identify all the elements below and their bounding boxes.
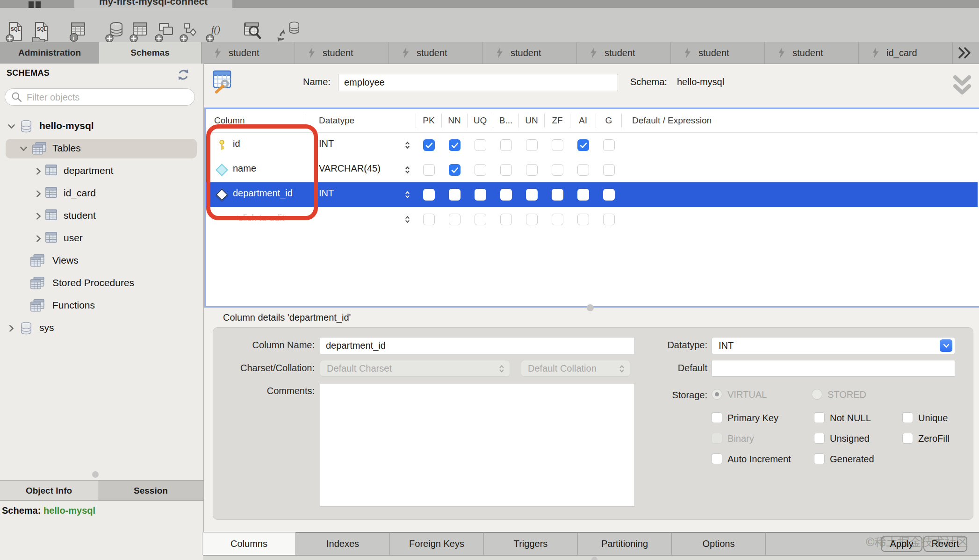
checkbox-UQ-name[interactable]	[475, 164, 486, 176]
checkbox-ZF-department_id[interactable]	[552, 189, 563, 201]
tab-overflow-button[interactable]	[957, 46, 972, 61]
tree-item-user[interactable]: user	[0, 228, 203, 249]
checkbox-G-department_id[interactable]	[603, 189, 615, 201]
toolbar-search-data-button[interactable]	[241, 21, 263, 43]
checkbox-not-null[interactable]	[814, 412, 825, 423]
editor-tab-student-4[interactable]: student	[577, 42, 671, 64]
toolbar-new-schema-button[interactable]	[104, 21, 127, 43]
tree-item-stored-procedures[interactable]: Stored Procedures	[0, 273, 203, 294]
bottom-tab-foreign-keys[interactable]: Foreign Keys	[390, 532, 484, 555]
editor-tab-student-6[interactable]: student	[765, 42, 859, 64]
checkbox-UQ-id[interactable]	[475, 139, 486, 151]
toolbar-new-view-button[interactable]	[154, 21, 176, 43]
default-input[interactable]	[712, 360, 955, 377]
datatype-stepper[interactable]	[404, 141, 410, 151]
tab-session[interactable]: Session	[98, 480, 203, 501]
grid-splitter-handle[interactable]	[587, 304, 594, 311]
checkbox-placeholder-7[interactable]	[603, 214, 615, 225]
toolbar-new-sql-tab-button[interactable]: SQL	[5, 21, 27, 43]
checkbox-AI-name[interactable]	[577, 164, 589, 176]
datatype-combobox[interactable]: INT	[712, 337, 955, 354]
checkbox-NN-name[interactable]	[449, 164, 461, 176]
checkbox-NN-id[interactable]	[449, 139, 461, 151]
checkbox-placeholder-3[interactable]	[500, 214, 512, 225]
tree-item-student[interactable]: student	[0, 206, 203, 226]
checkbox-PK-id[interactable]	[423, 139, 435, 151]
bottom-tab-triggers[interactable]: Triggers	[484, 532, 578, 555]
checkbox-ZF-id[interactable]	[552, 139, 563, 151]
grid-row-id[interactable]: idINT	[206, 133, 978, 158]
chevron-down-icon[interactable]	[7, 122, 15, 132]
datatype-stepper[interactable]	[404, 165, 410, 176]
checkbox-placeholder-5[interactable]	[552, 214, 563, 225]
datatype-cell[interactable]: INT	[319, 138, 334, 149]
toolbar-inspector-button[interactable]: i	[67, 21, 89, 43]
refresh-schemas-button[interactable]	[177, 68, 190, 83]
chevron-right-icon[interactable]	[35, 212, 43, 222]
checkbox-placeholder-4[interactable]	[526, 214, 538, 225]
collapse-editor-icon[interactable]	[951, 73, 973, 99]
checkbox-G-id[interactable]	[603, 139, 615, 151]
tree-item-id_card[interactable]: id_card	[0, 183, 203, 204]
datatype-dropdown-button[interactable]	[940, 339, 952, 352]
datatype-stepper[interactable]	[404, 190, 410, 201]
tree-item-department[interactable]: department	[0, 161, 203, 181]
apply-button[interactable]: Apply	[881, 536, 922, 552]
grid-row-placeholder[interactable]: <click to edit>	[206, 207, 978, 232]
editor-tab-student-0[interactable]: student	[201, 42, 295, 64]
editor-tab-student-3[interactable]: student	[483, 42, 577, 64]
toolbar-new-function-button[interactable]: f()	[205, 21, 227, 43]
revert-button[interactable]: Revert	[923, 536, 967, 552]
comments-textarea[interactable]	[320, 384, 635, 507]
checkbox-primary-key[interactable]	[712, 412, 722, 423]
bottom-tab-partitioning[interactable]: Partitioning	[578, 532, 672, 555]
checkbox-placeholder-6[interactable]	[577, 214, 589, 225]
tab-administration[interactable]: Administration	[0, 42, 100, 64]
checkbox-PK-name[interactable]	[423, 164, 435, 176]
checkbox-AI-id[interactable]	[577, 139, 589, 151]
checkbox-UN-department_id[interactable]	[526, 189, 538, 201]
checkbox-PK-department_id[interactable]	[423, 189, 435, 201]
checkbox-UQ-department_id[interactable]	[475, 189, 486, 201]
editor-tab-student-2[interactable]: student	[389, 42, 483, 64]
checkbox-B-id[interactable]	[500, 139, 512, 151]
grid-row-department_id[interactable]: department_idINT	[206, 182, 978, 207]
tab-object-info[interactable]: Object Info	[0, 480, 98, 501]
chevron-right-icon[interactable]	[35, 235, 43, 244]
tree-item-hello-mysql[interactable]: hello-mysql	[0, 116, 203, 136]
editor-tab-student-1[interactable]: student	[295, 42, 389, 64]
bottom-tab-indexes[interactable]: Indexes	[296, 532, 390, 555]
checkbox-auto-increment[interactable]	[712, 453, 722, 464]
checkbox-G-name[interactable]	[603, 164, 615, 176]
checkbox-unsigned[interactable]	[814, 433, 825, 444]
toolbar-sync-database-button[interactable]	[277, 21, 299, 43]
checkbox-placeholder-2[interactable]	[475, 214, 486, 225]
checkbox-B-name[interactable]	[500, 164, 512, 176]
datatype-cell[interactable]: VARCHAR(45)	[319, 163, 381, 174]
checkbox-unique[interactable]	[902, 412, 913, 423]
checkbox-placeholder-0[interactable]	[423, 214, 435, 225]
chevron-right-icon[interactable]	[35, 167, 43, 177]
checkbox-UN-name[interactable]	[526, 164, 538, 176]
tab-schemas[interactable]: Schemas	[99, 42, 202, 64]
editor-tab-student-5[interactable]: student	[671, 42, 765, 64]
datatype-cell[interactable]: INT	[319, 188, 334, 199]
datatype-stepper[interactable]	[404, 215, 410, 226]
checkbox-ZF-name[interactable]	[552, 164, 563, 176]
chevron-right-icon[interactable]	[35, 190, 43, 200]
filter-objects-input[interactable]	[26, 90, 187, 104]
checkbox-UN-id[interactable]	[526, 139, 538, 151]
bottom-tab-columns[interactable]: Columns	[202, 532, 296, 555]
grid-row-name[interactable]: nameVARCHAR(45)	[206, 158, 978, 182]
sidebar-splitter-handle[interactable]	[92, 471, 99, 478]
table-name-input[interactable]	[338, 74, 618, 91]
checkbox-zerofill[interactable]	[902, 433, 913, 444]
editor-tab-id_card-7[interactable]: id_card	[859, 42, 953, 64]
checkbox-NN-department_id[interactable]	[449, 189, 461, 201]
tree-item-functions[interactable]: Functions	[0, 295, 203, 316]
checkbox-placeholder-1[interactable]	[449, 214, 461, 225]
column-name-input[interactable]	[320, 337, 635, 354]
checkbox-generated[interactable]	[814, 453, 825, 464]
bottom-splitter-handle[interactable]	[591, 557, 597, 560]
chevron-right-icon[interactable]	[7, 324, 15, 334]
